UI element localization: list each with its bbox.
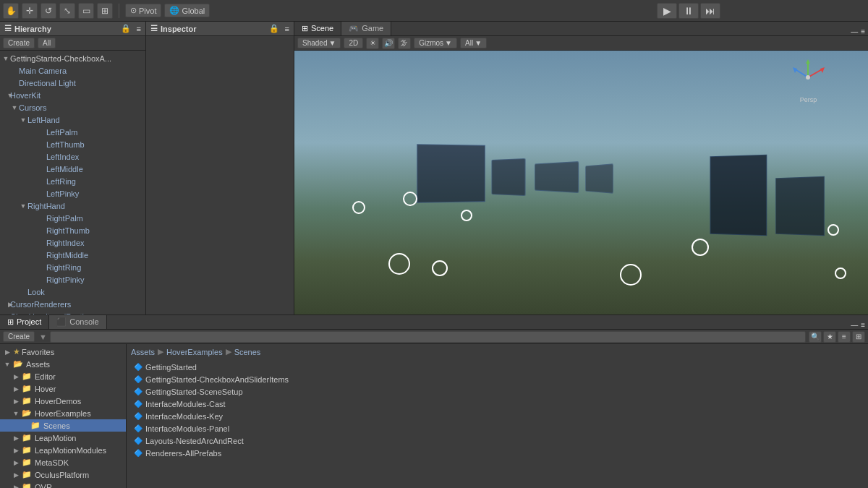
project-search-input[interactable] [50, 331, 806, 343]
shaded-dropdown[interactable]: Shaded ▼ [297, 38, 341, 48]
hierarchy-create-btn[interactable]: Create [3, 38, 35, 48]
tree-item-rightindex[interactable]: RightIndex [0, 236, 145, 249]
hierarchy-panel: ☰ Hierarchy 🔒 ≡ Create All ▼ GettingStar… [0, 22, 146, 314]
metasdk-folder-icon: 📁 [22, 458, 32, 467]
scene-viewport[interactable]: Persp [294, 51, 868, 314]
tree-item-cursors[interactable]: ▼ Cursors [0, 101, 145, 114]
file-renderers[interactable]: 🔷 Renderers-AllPrefabs [131, 447, 864, 459]
tab-console[interactable]: ⬛ Console [49, 315, 106, 329]
tree-item-righthand[interactable]: ▼ RightHand [0, 200, 145, 212]
leapmotion-folder[interactable]: ▶ 📁 LeapMotion [0, 432, 126, 444]
hierarchy-tree[interactable]: ▼ GettingStarted-CheckboxA... Main Camer… [0, 51, 145, 314]
circle-7 [827, 224, 839, 236]
oculusplatform-folder[interactable]: ▶ 📁 OculusPlatform [0, 468, 126, 481]
breadcrumb-scenes[interactable]: Scenes [234, 348, 261, 356]
project-star-btn[interactable]: ★ [823, 331, 836, 343]
favorites-item[interactable]: ▶ ★ Favorites [0, 346, 126, 358]
project-search-btn[interactable]: 🔍 [809, 331, 822, 343]
tree-item-rightmiddle[interactable]: RightMiddle [0, 249, 145, 261]
breadcrumb-arrow-2: ▶ [226, 347, 231, 356]
hover-arrow: ▶ [12, 385, 20, 393]
tree-item-rightthumb[interactable]: RightThumb [0, 224, 145, 236]
scene-collapse-btn[interactable]: — [851, 27, 858, 35]
project-create-btn[interactable]: Create [3, 331, 35, 342]
project-collapse-btn[interactable]: — [851, 321, 858, 329]
tree-item-rightring[interactable]: RightRing [0, 261, 145, 273]
file-panel[interactable]: 🔷 InterfaceModules-Panel [131, 422, 864, 435]
hoverkit-arrow: ▼ [1, 92, 10, 99]
scene-menu-btn[interactable]: ≡ [861, 27, 865, 35]
tab-game[interactable]: 🎮 Game [341, 22, 391, 35]
global-btn[interactable]: 🌐 Global [164, 4, 210, 17]
tree-item-main-camera[interactable]: Main Camera [0, 64, 145, 77]
transform-tool-btn[interactable]: ⊞ [97, 3, 113, 19]
scale-tool-btn[interactable]: ⤡ [59, 3, 75, 19]
hand-tool-btn[interactable]: ✋ [3, 3, 19, 19]
file-checkbox-slider[interactable]: 🔷 GettingStarted-CheckboxAndSliderItems [131, 373, 864, 385]
lighting-btn[interactable]: ☀ [366, 38, 379, 49]
tree-item-directional-light[interactable]: Directional Light [0, 77, 145, 89]
tree-item-hoverkit[interactable]: ▼ HoverKit [0, 89, 145, 101]
tab-project[interactable]: ⊞ Project [0, 315, 49, 329]
file-scenesetup[interactable]: 🔷 GettingStarted-SceneSetup [131, 385, 864, 398]
editor-folder[interactable]: ▶ 📁 Editor [0, 370, 126, 382]
hierarchy-all-btn[interactable]: All [38, 38, 56, 48]
tree-item-leftmiddle[interactable]: LeftMiddle [0, 163, 145, 175]
pause-button[interactable]: ⏸ [678, 3, 699, 19]
scene-toolbar: Shaded ▼ 2D ☀ 🔊 🌫 Gizmos ▼ All ▼ [294, 36, 868, 51]
hover-folder[interactable]: ▶ 📁 Hover [0, 382, 126, 395]
file-cast[interactable]: 🔷 InterfaceModules-Cast [131, 398, 864, 410]
tree-item-look[interactable]: Look [0, 286, 145, 298]
file-key[interactable]: 🔷 InterfaceModules-Key [131, 410, 864, 422]
breadcrumb-assets[interactable]: Assets [131, 348, 155, 356]
tree-item-cursor-renderers[interactable]: ▶ CursorRenderers [0, 298, 145, 310]
fx-btn[interactable]: 🌫 [398, 38, 411, 49]
tree-item-leftring[interactable]: LeftRing [0, 175, 145, 187]
hover-folder-icon: 📁 [22, 384, 32, 393]
inspector-lock-icon[interactable]: 🔒 [269, 24, 279, 33]
play-button[interactable]: ▶ [657, 3, 677, 19]
step-button[interactable]: ⏭ [700, 3, 720, 19]
tree-item-leftthumb[interactable]: LeftThumb [0, 138, 145, 150]
file-layouts[interactable]: 🔷 Layouts-NestedArcAndRect [131, 435, 864, 447]
hierarchy-lock-icon[interactable]: 🔒 [121, 24, 131, 33]
leapmotionmodules-folder[interactable]: ▶ 📁 LeapMotionModules [0, 444, 126, 456]
leftpinky-label: LeftPinky [46, 189, 79, 198]
tree-item-rightpinky[interactable]: RightPinky [0, 273, 145, 286]
hierarchy-menu-icon[interactable]: ≡ [137, 25, 141, 33]
all-dropdown[interactable]: All ▼ [460, 38, 487, 48]
scene-panel-1 [417, 144, 485, 203]
tree-item-rightpalm[interactable]: RightPalm [0, 212, 145, 224]
rotate-tool-btn[interactable]: ↺ [41, 3, 56, 19]
metasdk-folder[interactable]: ▶ 📁 MetaSDK [0, 456, 126, 468]
assets-folder[interactable]: ▼ 📂 Assets [0, 358, 126, 370]
project-grid-btn[interactable]: ⊞ [852, 331, 865, 343]
breadcrumb-hoverexamples[interactable]: HoverExamples [166, 348, 223, 356]
audio-btn[interactable]: 🔊 [382, 38, 395, 49]
rect-tool-btn[interactable]: ▭ [78, 3, 94, 19]
tree-item-leftindex[interactable]: LeftIndex [0, 150, 145, 163]
hoverdemos-folder[interactable]: ▶ 📁 HoverDemos [0, 395, 126, 407]
ovr-label: OVR [35, 483, 52, 489]
favorites-arrow: ▶ [3, 348, 12, 356]
tab-scene[interactable]: ⊞ Scene [294, 22, 341, 35]
file-label-6: InterfaceModules-Panel [145, 424, 229, 433]
scenes-folder[interactable]: 📁 Scenes [0, 419, 126, 432]
project-menu-btn[interactable]: ≡ [861, 321, 865, 329]
tree-item-leftpalm[interactable]: LeftPalm [0, 126, 145, 138]
leapmotionmodules-folder-icon: 📁 [22, 445, 32, 455]
ovr-folder[interactable]: ▶ 📁 OVR [0, 481, 126, 488]
pivot-btn[interactable]: ⊙ Pivot [125, 4, 161, 17]
hierarchy-toolbar: Create All [0, 36, 145, 51]
gizmos-dropdown[interactable]: Gizmos ▼ [414, 38, 457, 48]
cursors-arrow: ▼ [10, 104, 19, 111]
2d-btn[interactable]: 2D [344, 38, 363, 48]
project-list-btn[interactable]: ≡ [838, 331, 851, 343]
tree-item-leftpinky[interactable]: LeftPinky [0, 187, 145, 200]
inspector-menu-icon[interactable]: ≡ [285, 25, 289, 33]
tree-item-lefthand[interactable]: ▼ LeftHand [0, 114, 145, 126]
tree-item-scene-root[interactable]: ▼ GettingStarted-CheckboxA... [0, 52, 145, 64]
move-tool-btn[interactable]: ✛ [22, 3, 38, 19]
hoverexamples-folder[interactable]: ▼ 📂 HoverExamples [0, 407, 126, 419]
file-gettingstarted[interactable]: 🔷 GettingStarted [131, 361, 864, 373]
